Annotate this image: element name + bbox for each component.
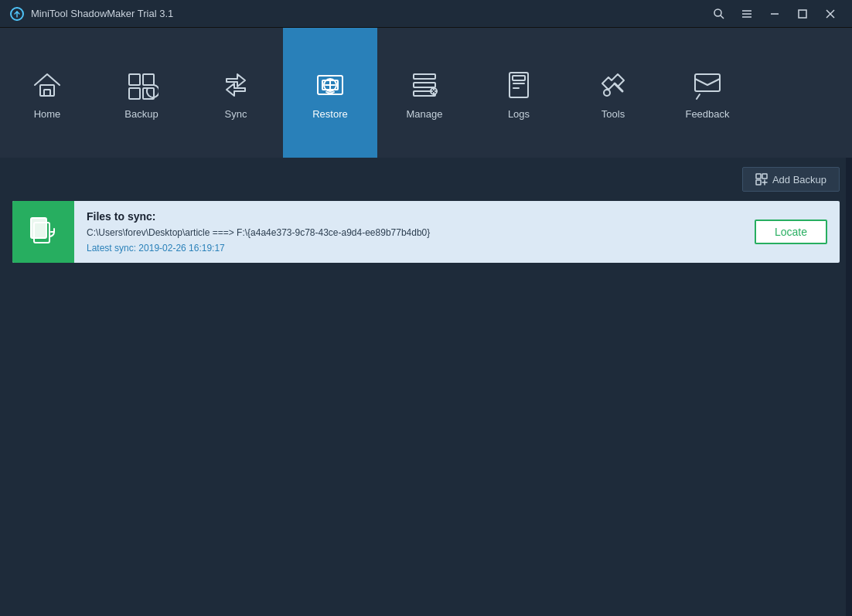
content-area: Add Backup Files to sync: C:\Users\forev… [0, 158, 852, 616]
minimize-button[interactable] [762, 3, 787, 25]
add-backup-label: Add Backup [772, 174, 826, 185]
title-bar: MiniTool ShadowMaker Trial 3.1 [0, 0, 852, 28]
nav-label-manage: Manage [407, 108, 443, 120]
svg-rect-34 [695, 74, 720, 91]
home-icon [29, 66, 66, 104]
svg-rect-19 [414, 74, 435, 79]
logs-icon [500, 66, 537, 104]
locate-button[interactable]: Locate [755, 220, 827, 244]
nav-item-home[interactable]: Home [0, 28, 94, 158]
svg-rect-36 [756, 174, 761, 179]
app-title: MiniTool ShadowMaker Trial 3.1 [31, 8, 173, 19]
app-logo [9, 6, 25, 22]
svg-line-35 [697, 94, 700, 99]
svg-rect-13 [143, 74, 154, 85]
nav-item-manage[interactable]: Manage [377, 28, 472, 158]
svg-line-2 [721, 15, 724, 19]
title-bar-left: MiniTool ShadowMaker Trial 3.1 [9, 6, 173, 22]
sync-card-title: Files to sync: [87, 210, 730, 223]
sync-card-date: Latest sync: 2019-02-26 16:19:17 [87, 243, 730, 254]
nav-item-tools[interactable]: Tools [566, 28, 660, 158]
svg-line-32 [615, 83, 622, 91]
sync-card-actions: Locate [742, 201, 840, 263]
toolbar: Add Backup [0, 158, 852, 201]
scroll-area[interactable] [846, 158, 852, 616]
svg-rect-31 [513, 76, 525, 80]
nav-label-restore: Restore [312, 108, 348, 120]
nav-bar: Home Backup Sync [0, 28, 852, 158]
nav-item-feedback[interactable]: Feedback [660, 28, 755, 158]
backup-icon [123, 66, 160, 104]
nav-label-feedback: Feedback [685, 108, 729, 120]
svg-rect-20 [414, 83, 435, 87]
sync-card-body: Files to sync: C:\Users\forev\Desktop\ar… [74, 201, 742, 263]
nav-item-sync[interactable]: Sync [189, 28, 283, 158]
svg-point-33 [604, 90, 610, 96]
svg-rect-38 [756, 180, 761, 185]
svg-rect-11 [44, 90, 50, 96]
nav-label-logs: Logs [508, 108, 530, 120]
nav-item-restore[interactable]: Restore [283, 28, 377, 158]
title-bar-controls [707, 3, 843, 25]
nav-label-sync: Sync [225, 108, 247, 120]
svg-point-1 [714, 9, 721, 16]
restore-icon [312, 66, 349, 104]
nav-item-backup[interactable]: Backup [94, 28, 189, 158]
nav-label-backup: Backup [124, 108, 158, 120]
search-button[interactable] [707, 3, 731, 25]
manage-icon [406, 66, 443, 104]
svg-rect-12 [129, 74, 140, 85]
sync-card-path: C:\Users\forev\Desktop\article ===> F:\{… [87, 227, 730, 238]
nav-label-home: Home [34, 108, 61, 120]
sync-files-icon [26, 215, 60, 249]
feedback-icon [689, 66, 726, 104]
close-button[interactable] [818, 3, 843, 25]
svg-rect-14 [129, 88, 140, 99]
nav-item-logs[interactable]: Logs [472, 28, 566, 158]
sync-icon [217, 66, 254, 104]
svg-rect-37 [762, 174, 767, 179]
sync-card-icon-bg [12, 201, 74, 263]
tools-icon [595, 66, 632, 104]
menu-button[interactable] [734, 3, 759, 25]
sync-card: Files to sync: C:\Users\forev\Desktop\ar… [12, 201, 840, 263]
svg-rect-7 [799, 10, 806, 18]
nav-label-tools: Tools [602, 108, 625, 120]
add-backup-button[interactable]: Add Backup [742, 167, 840, 192]
maximize-button[interactable] [790, 3, 815, 25]
